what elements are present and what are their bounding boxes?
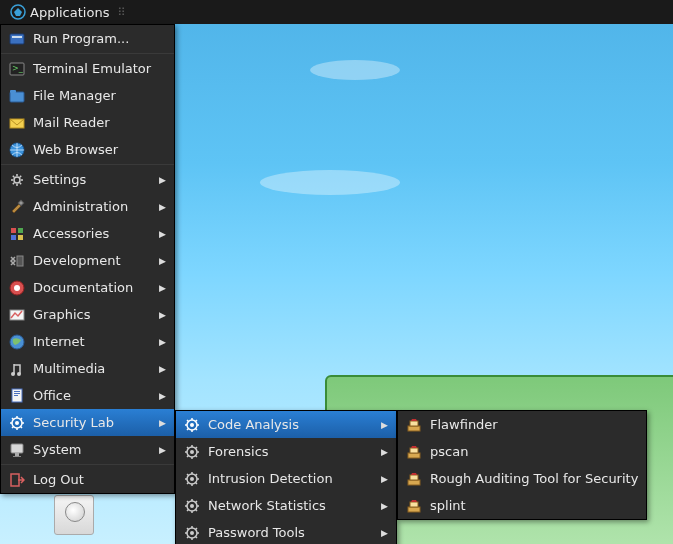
submenu-arrow-icon: ▶ <box>159 418 166 428</box>
desktop-drive-icon[interactable] <box>50 495 98 537</box>
svg-point-21 <box>17 372 21 376</box>
submenu-code-analysis[interactable]: Code Analysis ▶ <box>176 411 396 438</box>
menu-item-label: Administration <box>33 199 151 214</box>
svg-rect-1 <box>10 34 24 44</box>
submenu-arrow-icon: ▶ <box>159 283 166 293</box>
menu-item-label: Rough Auditing Tool for Security <box>430 471 638 486</box>
submenu-arrow-icon: ▶ <box>381 447 388 457</box>
applications-menu-button[interactable]: Applications <box>4 2 115 22</box>
menu-web-browser[interactable]: Web Browser <box>1 136 174 163</box>
svg-rect-31 <box>11 474 19 486</box>
tool-icon <box>406 417 422 433</box>
globe-icon <box>9 142 25 158</box>
svg-rect-29 <box>15 453 19 456</box>
menu-system[interactable]: System ▶ <box>1 436 174 463</box>
menu-security-lab[interactable]: Security Lab ▶ <box>1 409 174 436</box>
menu-documentation[interactable]: Documentation ▶ <box>1 274 174 301</box>
applications-menu: Run Program... >_ Terminal Emulator File… <box>0 24 175 494</box>
svg-rect-23 <box>14 391 20 392</box>
submenu-arrow-icon: ▶ <box>381 528 388 538</box>
app-flawfinder[interactable]: Flawfinder <box>398 411 646 438</box>
svg-rect-13 <box>11 235 16 240</box>
gear-icon <box>184 444 200 460</box>
submenu-password-tools[interactable]: Password Tools ▶ <box>176 519 396 544</box>
file-manager-icon <box>9 88 25 104</box>
menu-item-label: Accessories <box>33 226 151 241</box>
submenu-arrow-icon: ▶ <box>159 229 166 239</box>
tool-icon <box>406 498 422 514</box>
submenu-arrow-icon: ▶ <box>159 337 166 347</box>
menu-item-label: Log Out <box>33 472 166 487</box>
security-lab-submenu: Code Analysis ▶ Forensics ▶ Intrusion De… <box>175 410 397 544</box>
menu-run-program[interactable]: Run Program... <box>1 25 174 52</box>
menu-office[interactable]: Office ▶ <box>1 382 174 409</box>
gear-icon <box>184 471 200 487</box>
code-analysis-submenu: Flawfinder pscan Rough Auditing Tool for… <box>397 410 647 520</box>
svg-rect-11 <box>11 228 16 233</box>
menu-item-label: Mail Reader <box>33 115 166 130</box>
svg-point-37 <box>190 477 194 481</box>
menu-separator <box>1 53 174 54</box>
submenu-arrow-icon: ▶ <box>159 364 166 374</box>
menu-graphics[interactable]: Graphics ▶ <box>1 301 174 328</box>
top-panel: Applications ⠿ <box>0 0 673 24</box>
menu-multimedia[interactable]: Multimedia ▶ <box>1 355 174 382</box>
menu-development[interactable]: Development ▶ <box>1 247 174 274</box>
bg-cloud <box>260 170 400 195</box>
menu-terminal[interactable]: >_ Terminal Emulator <box>1 55 174 82</box>
gear-icon <box>9 415 25 431</box>
app-rats[interactable]: Rough Auditing Tool for Security <box>398 465 646 492</box>
hdd-icon <box>54 495 94 535</box>
menu-item-label: Forensics <box>208 444 373 459</box>
menu-log-out[interactable]: Log Out <box>1 466 174 493</box>
svg-rect-30 <box>13 456 21 457</box>
menu-item-label: Password Tools <box>208 525 373 540</box>
app-pscan[interactable]: pscan <box>398 438 646 465</box>
submenu-arrow-icon: ▶ <box>159 445 166 455</box>
menu-item-label: Graphics <box>33 307 151 322</box>
gear-icon <box>184 498 200 514</box>
menu-item-label: Internet <box>33 334 151 349</box>
menu-separator <box>1 464 174 465</box>
svg-point-41 <box>190 531 194 535</box>
menu-separator <box>1 164 174 165</box>
submenu-forensics[interactable]: Forensics ▶ <box>176 438 396 465</box>
submenu-intrusion-detection[interactable]: Intrusion Detection ▶ <box>176 465 396 492</box>
app-splint[interactable]: splint <box>398 492 646 519</box>
settings-icon <box>9 172 25 188</box>
development-icon <box>9 253 25 269</box>
submenu-network-statistics[interactable]: Network Statistics ▶ <box>176 492 396 519</box>
menu-item-label: Multimedia <box>33 361 151 376</box>
svg-rect-44 <box>408 453 420 458</box>
menu-item-label: Security Lab <box>33 415 151 430</box>
terminal-icon: >_ <box>9 61 25 77</box>
svg-rect-2 <box>12 36 22 38</box>
menu-internet[interactable]: Internet ▶ <box>1 328 174 355</box>
menu-mail-reader[interactable]: Mail Reader <box>1 109 174 136</box>
run-icon <box>9 31 25 47</box>
menu-settings[interactable]: Settings ▶ <box>1 166 174 193</box>
submenu-arrow-icon: ▶ <box>159 202 166 212</box>
menu-item-label: Settings <box>33 172 151 187</box>
svg-point-17 <box>14 285 20 291</box>
svg-point-35 <box>190 450 194 454</box>
svg-rect-48 <box>408 507 420 512</box>
menu-item-label: System <box>33 442 151 457</box>
svg-rect-47 <box>410 475 418 480</box>
menu-administration[interactable]: Administration ▶ <box>1 193 174 220</box>
svg-rect-49 <box>410 502 418 507</box>
menu-item-label: Code Analysis <box>208 417 373 432</box>
svg-rect-5 <box>10 92 24 102</box>
svg-text:>_: >_ <box>12 64 24 73</box>
submenu-arrow-icon: ▶ <box>159 391 166 401</box>
svg-rect-14 <box>18 235 23 240</box>
svg-point-39 <box>190 504 194 508</box>
panel-drag-handle-icon[interactable]: ⠿ <box>117 6 123 19</box>
menu-file-manager[interactable]: File Manager <box>1 82 174 109</box>
internet-icon <box>9 334 25 350</box>
submenu-arrow-icon: ▶ <box>381 420 388 430</box>
menu-item-label: splint <box>430 498 638 513</box>
menu-item-label: Run Program... <box>33 31 166 46</box>
menu-accessories[interactable]: Accessories ▶ <box>1 220 174 247</box>
menu-item-label: Intrusion Detection <box>208 471 373 486</box>
